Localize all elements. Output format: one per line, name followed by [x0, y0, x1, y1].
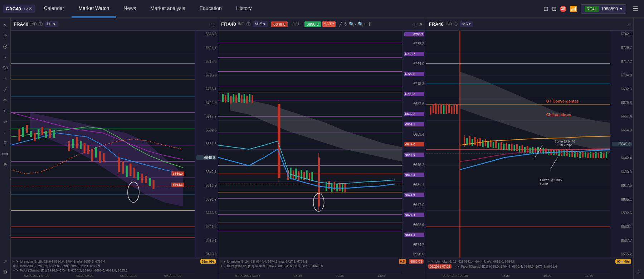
account-button[interactable]: REAL 1988590 ▾	[581, 4, 626, 14]
svg-rect-167	[521, 145, 523, 151]
svg-rect-163	[511, 144, 512, 151]
toolbar-layers-icon[interactable]: ⊕	[1, 160, 10, 169]
close-logo-icon[interactable]: ✕	[29, 7, 32, 11]
notification-badge[interactable]: 38	[560, 6, 566, 12]
nav-item-market-watch[interactable]: Market Watch	[72, 0, 117, 18]
svg-rect-189	[579, 152, 581, 158]
topbar-right: ⊡ ⊞ 38 📶 REAL 1988590 ▾ ☰	[543, 4, 641, 14]
chart2-maximize[interactable]: ⬚	[413, 22, 417, 27]
price-tick: 6560.6	[404, 252, 424, 256]
toolbar-share-icon[interactable]: ↗	[1, 257, 10, 265]
toolbar-dot-icon[interactable]: •	[1, 53, 10, 61]
chart2-canvas: 6783.7 6772.2 6758.7 6744.0 6727.8 6715.…	[218, 31, 425, 258]
toolbar-pattern-icon[interactable]: ⟺	[1, 149, 10, 158]
toolbar-pen-icon[interactable]: ✏	[1, 96, 10, 104]
nav-item-calendar[interactable]: Calendar	[37, 0, 72, 18]
chart1-maximize[interactable]: ⬚	[211, 22, 215, 27]
nav-item-education[interactable]: Education	[192, 0, 229, 18]
toolbar-circle-icon[interactable]: ○	[1, 106, 10, 115]
popout-icon[interactable]: ↗	[25, 7, 28, 11]
nav-item-news[interactable]: News	[116, 0, 143, 18]
chart2-sl-tp[interactable]: SL/TP	[322, 21, 336, 27]
minimize-icon[interactable]: □	[23, 7, 25, 11]
chart2-crosshair[interactable]: ✛	[367, 21, 371, 27]
chart2-plus[interactable]: +	[301, 22, 303, 26]
svg-rect-92	[249, 94, 250, 102]
price-tick: 6654.9	[612, 128, 632, 132]
chart2-timestamps: 07.09.2021 13:45 18:45 09:45 14:45	[218, 272, 402, 279]
chart2-zoom-in[interactable]: 🔍+	[358, 21, 366, 27]
monitor-icon[interactable]: ⊡	[543, 5, 548, 12]
toolbar-line-icon[interactable]: ╱	[1, 85, 10, 94]
price-tick: 6715.8	[404, 82, 424, 86]
chart-panel-1: FRA40 IND ⓘ H1 ▾ ⬚	[11, 18, 218, 279]
nav-item-market-analysis[interactable]: Market analysis	[143, 0, 192, 18]
chart2-indicator-tool[interactable]: ⊹	[343, 21, 347, 27]
chart2-header: FRA40 IND ⓘ M15 ▾ 6649.8 − 0.01 + 6650.8…	[218, 18, 425, 31]
price-tick-6703: 6703.3	[404, 92, 424, 96]
toolbar-plus-icon[interactable]: +	[1, 74, 10, 83]
toolbar-text-icon[interactable]: T	[1, 139, 10, 147]
chart2-svg	[218, 31, 402, 258]
chart3-info-icon[interactable]: ⓘ	[454, 21, 458, 27]
chart1-info-icon[interactable]: ⓘ	[39, 21, 43, 27]
svg-rect-170	[529, 148, 531, 153]
chart2-timeframe[interactable]: M15 ▾	[253, 21, 268, 27]
logo-button[interactable]: CAC40 □ ↗ ✕	[3, 5, 35, 13]
price-tick: 6642.1	[196, 170, 216, 174]
price-tick: 6566.5	[196, 211, 216, 215]
toolbar-bars-icon[interactable]: ⦿	[1, 42, 10, 51]
chart2-line-tool[interactable]: ╱	[339, 21, 342, 27]
toolbar-measure-icon[interactable]: ⇔	[1, 117, 10, 126]
svg-rect-142	[453, 105, 455, 114]
price-tick: 6868.9	[196, 32, 216, 36]
chart3-current-price: 6649.8	[612, 142, 632, 146]
price-tick: 6592.6	[612, 211, 632, 215]
svg-rect-82	[222, 94, 224, 102]
chart3-timeframe[interactable]: M5 ▾	[460, 21, 473, 27]
svg-rect-164	[513, 145, 515, 151]
chart3-canvas: UT Convergentes Chikou libres Sortie @ 9…	[426, 31, 633, 258]
chart2-zoom-out[interactable]: 🔍-	[349, 21, 356, 27]
toolbar-crosshair-icon[interactable]: ✛	[1, 31, 10, 40]
svg-rect-85	[230, 96, 232, 104]
svg-rect-25	[26, 125, 28, 133]
chart3-status-row-2: 09.2021 07:08 ≡ ✕ Pivot [Classic] [D1] 6…	[428, 264, 631, 269]
svg-rect-185	[569, 151, 570, 157]
chart1-header: FRA40 IND ⓘ H1 ▾ ⬚	[11, 18, 218, 31]
chart1-timeframe[interactable]: H1 ▾	[45, 21, 57, 27]
chart3-status-row-1: ≡ ✕ Ichimoku [9, 26, 52] 6642.4, 6644.4,…	[428, 259, 631, 264]
chart1-symbol: FRA40	[14, 21, 28, 27]
svg-rect-87	[236, 95, 237, 103]
price-tick: 6541.3	[196, 225, 216, 229]
chart3-ind: IND	[446, 22, 452, 26]
svg-rect-51	[145, 176, 147, 183]
svg-rect-190	[582, 151, 583, 158]
chart2-close[interactable]: ✕	[419, 22, 423, 27]
price-tick: 6591.7	[196, 198, 216, 201]
svg-rect-181	[558, 150, 560, 156]
price-tag-6586: 6586.0	[171, 171, 184, 176]
toolbar-dot2-icon[interactable]: ·	[1, 128, 10, 136]
toolbar-settings-icon[interactable]: ⚙	[1, 268, 10, 276]
svg-rect-157	[495, 141, 497, 148]
svg-rect-191	[585, 152, 586, 158]
svg-rect-187	[574, 152, 575, 158]
hamburger-menu[interactable]: ☰	[630, 5, 641, 13]
chart-icon[interactable]: ⊞	[552, 5, 556, 12]
nav-item-history[interactable]: History	[229, 0, 259, 18]
svg-rect-152	[482, 140, 483, 147]
price-tick: 6667.4	[612, 114, 632, 118]
toolbar-fx-icon[interactable]: f(x)	[1, 64, 10, 72]
svg-rect-133	[430, 106, 431, 115]
svg-rect-112	[334, 182, 335, 190]
wifi-icon[interactable]: 📶	[570, 5, 577, 12]
add-chart-button[interactable]: +	[637, 269, 641, 276]
svg-rect-86	[233, 94, 234, 102]
chart1-timer: 35m 09s	[200, 259, 216, 264]
svg-rect-83	[225, 95, 226, 103]
chart3-maximize[interactable]: ⬚	[626, 22, 630, 27]
toolbar-cursor-icon[interactable]: ↖	[1, 21, 10, 29]
chart2-info-icon[interactable]: ⓘ	[247, 21, 250, 27]
price-tick: 6642.4	[612, 156, 632, 160]
